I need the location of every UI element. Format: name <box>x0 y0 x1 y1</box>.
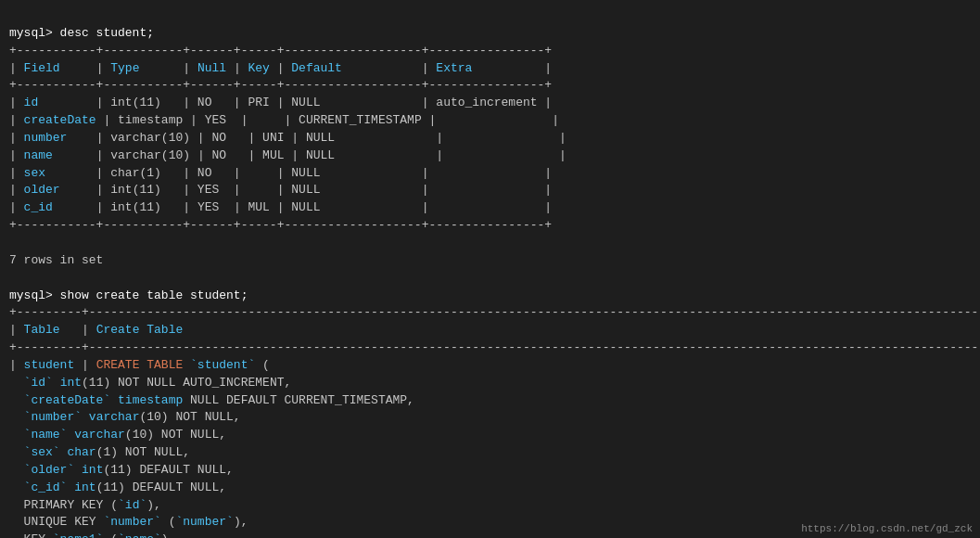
row-sex: | sex | char(1) | NO | | NULL | | <box>9 166 552 180</box>
terminal-output: mysql> desc student; +-----------+------… <box>9 7 971 538</box>
row-createdate: | createDate | timestamp | YES | | CURRE… <box>9 113 559 127</box>
rows-count-1: 7 rows in set <box>9 253 103 267</box>
create-sex: `sex` char(1) NOT NULL, <box>9 445 190 459</box>
row-id: | id | int(11) | NO | PRI | NULL | auto_… <box>9 96 552 109</box>
border-5: +---------+-----------------------------… <box>9 340 980 354</box>
border-1: +-----------+-----------+------+-----+--… <box>9 44 552 58</box>
create-primary-key: PRIMARY KEY (`id`), <box>9 498 161 512</box>
create-createdate: `createDate` timestamp NULL DEFAULT CURR… <box>9 393 414 407</box>
create-table-start: | student | CREATE TABLE `student` ( <box>9 358 270 372</box>
create-number: `number` varchar(10) NOT NULL, <box>9 410 241 424</box>
create-name: `name` varchar(10) NOT NULL, <box>9 428 226 442</box>
cmd-line-2: mysql> show create table student; <box>9 288 248 302</box>
create-unique-key: UNIQUE KEY `number` (`number`), <box>9 515 248 529</box>
url-label: https://blog.csdn.net/gd_zck <box>801 523 973 534</box>
cmd-line-1: mysql> desc student; <box>9 26 154 40</box>
border-4: +---------+-----------------------------… <box>9 305 980 319</box>
row-c-id: | c_id | int(11) | YES | MUL | NULL | | <box>9 200 552 214</box>
border-2: +-----------+-----------+------+-----+--… <box>9 78 552 92</box>
row-number: | number | varchar(10) | NO | UNI | NULL… <box>9 131 566 145</box>
row-older: | older | int(11) | YES | | NULL | | <box>9 183 552 197</box>
table-header: | Field | Type | Null | Key | Default | … <box>9 61 552 75</box>
table-header-2: | Table | Create Table <box>9 323 183 337</box>
row-name: | name | varchar(10) | NO | MUL | NULL |… <box>9 148 566 162</box>
create-c-id: `c_id` int(11) DEFAULT NULL, <box>9 480 226 494</box>
border-3: +-----------+-----------+------+-----+--… <box>9 218 552 232</box>
create-id: `id` int(11) NOT NULL AUTO_INCREMENT, <box>9 376 291 390</box>
create-key-name1: KEY `name1` (`name`), <box>9 532 175 538</box>
create-older: `older` int(11) DEFAULT NULL, <box>9 463 234 477</box>
